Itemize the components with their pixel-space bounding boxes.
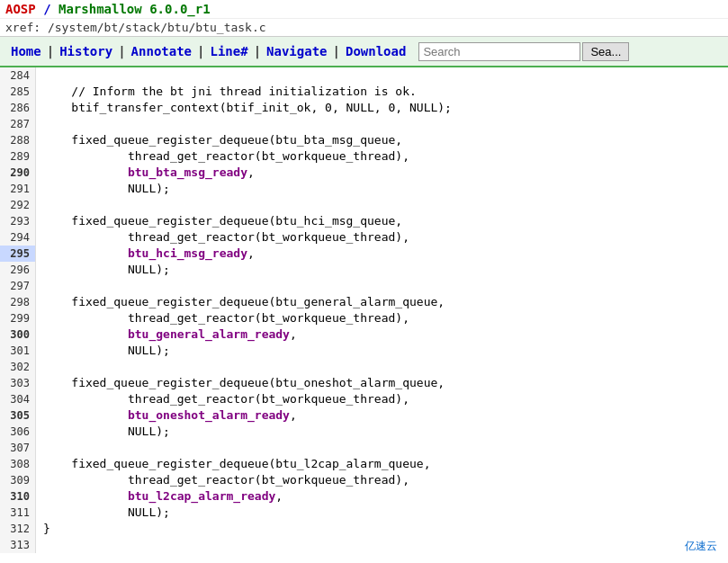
table-row: 294 thread_get_reactor(bt_workqueue_thre…: [0, 229, 728, 246]
table-row: 308 fixed_queue_register_dequeue(btu_l2c…: [0, 456, 728, 472]
table-row: 299 thread_get_reactor(bt_workqueue_thre…: [0, 310, 728, 326]
logo-version: Marshmallow 6.0.0_r1: [58, 2, 211, 16]
line-number[interactable]: 287: [0, 116, 36, 132]
table-row: 310 btu_l2cap_alarm_ready,: [0, 488, 728, 505]
logo-blue: /: [43, 2, 58, 16]
line-number[interactable]: 289: [0, 148, 36, 165]
nav-lineno[interactable]: Line#: [204, 40, 253, 62]
table-row: 298 fixed_queue_register_dequeue(btu_gen…: [0, 294, 728, 310]
line-number[interactable]: 311: [0, 505, 36, 521]
line-number[interactable]: 294: [0, 229, 36, 246]
code-content: // Inform the bt jni thread initializati…: [36, 84, 417, 100]
table-row: 290 btu_bta_msg_ready,: [0, 165, 728, 181]
nav-download[interactable]: Download: [340, 40, 411, 62]
table-row: 295 btu_hci_msg_ready,: [0, 246, 728, 262]
code-content: NULL);: [36, 181, 170, 197]
table-row: 312}: [0, 521, 728, 537]
nav-navigate[interactable]: Navigate: [261, 40, 332, 62]
sep-4: |: [254, 44, 261, 58]
table-row: 292: [0, 197, 728, 213]
line-number[interactable]: 284: [0, 67, 36, 84]
table-row: 287: [0, 116, 728, 132]
logo-bar: AOSP / Marshmallow 6.0.0_r1: [0, 0, 728, 19]
watermark: 亿速云: [681, 537, 721, 553]
line-number[interactable]: 308: [0, 456, 36, 472]
logo-red: AOSP: [5, 2, 36, 16]
line-number[interactable]: 292: [0, 197, 36, 213]
code-area: 284285 // Inform the bt jni thread initi…: [0, 67, 728, 553]
code-content: fixed_queue_register_dequeue(btu_general…: [36, 294, 445, 310]
line-number[interactable]: 301: [0, 343, 36, 359]
code-content: }: [36, 521, 50, 537]
logo-text: AOSP / Marshmallow 6.0.0_r1: [5, 2, 211, 16]
table-row: 313: [0, 537, 728, 553]
code-content: thread_get_reactor(bt_workqueue_thread),: [36, 472, 409, 488]
line-number[interactable]: 303: [0, 375, 36, 391]
line-number[interactable]: 290: [0, 165, 36, 181]
nav-bar: Home | History | Annotate | Line# | Navi…: [0, 37, 728, 67]
search-input[interactable]: [418, 42, 580, 61]
line-number[interactable]: 309: [0, 472, 36, 488]
table-row: 303 fixed_queue_register_dequeue(btu_one…: [0, 375, 728, 391]
line-number[interactable]: 312: [0, 521, 36, 537]
line-number[interactable]: 305: [0, 407, 36, 424]
nav-history[interactable]: History: [54, 40, 118, 62]
code-content: thread_get_reactor(bt_workqueue_thread),: [36, 229, 409, 246]
line-number[interactable]: 285: [0, 84, 36, 100]
nav-home[interactable]: Home: [5, 40, 47, 62]
table-row: 306 NULL);: [0, 424, 728, 440]
sep-2: |: [118, 44, 125, 58]
sep-1: |: [47, 44, 54, 58]
line-number[interactable]: 286: [0, 100, 36, 116]
table-row: 307: [0, 440, 728, 456]
code-content: NULL);: [36, 424, 170, 440]
code-content: NULL);: [36, 505, 170, 521]
table-row: 309 thread_get_reactor(bt_workqueue_thre…: [0, 472, 728, 488]
table-row: 293 fixed_queue_register_dequeue(btu_hci…: [0, 213, 728, 229]
table-row: 304 thread_get_reactor(bt_workqueue_thre…: [0, 391, 728, 407]
nav-annotate[interactable]: Annotate: [126, 40, 197, 62]
line-number[interactable]: 299: [0, 310, 36, 326]
table-row: 300 btu_general_alarm_ready,: [0, 326, 728, 343]
line-number[interactable]: 297: [0, 278, 36, 294]
line-number[interactable]: 300: [0, 326, 36, 343]
code-content: NULL);: [36, 262, 170, 278]
table-row: 288 fixed_queue_register_dequeue(btu_bta…: [0, 132, 728, 148]
table-row: 296 NULL);: [0, 262, 728, 278]
code-content: thread_get_reactor(bt_workqueue_thread),: [36, 310, 409, 326]
line-number[interactable]: 304: [0, 391, 36, 407]
table-row: 289 thread_get_reactor(bt_workqueue_thre…: [0, 148, 728, 165]
line-number[interactable]: 306: [0, 424, 36, 440]
xref-bar: xref: /system/bt/stack/btu/btu_task.c: [0, 19, 728, 37]
line-number[interactable]: 293: [0, 213, 36, 229]
code-content: btu_oneshot_alarm_ready,: [36, 407, 297, 424]
line-number[interactable]: 296: [0, 262, 36, 278]
line-number[interactable]: 295: [0, 246, 36, 262]
search-button[interactable]: Sea...: [582, 42, 629, 61]
line-number[interactable]: 313: [0, 537, 36, 553]
code-content: btu_hci_msg_ready,: [36, 246, 255, 262]
sep-5: |: [333, 44, 340, 58]
line-number[interactable]: 302: [0, 359, 36, 375]
code-content: fixed_queue_register_dequeue(btu_hci_msg…: [36, 213, 402, 229]
line-number[interactable]: 291: [0, 181, 36, 197]
table-row: 285 // Inform the bt jni thread initiali…: [0, 84, 728, 100]
xref-label: xref: /system/bt/stack/btu/btu_task.c: [5, 21, 266, 34]
line-number[interactable]: 307: [0, 440, 36, 456]
code-content: btu_general_alarm_ready,: [36, 326, 297, 343]
code-content: btu_bta_msg_ready,: [36, 165, 255, 181]
line-number[interactable]: 288: [0, 132, 36, 148]
code-content: btif_transfer_context(btif_init_ok, 0, N…: [36, 100, 452, 116]
code-content: thread_get_reactor(bt_workqueue_thread),: [36, 391, 409, 407]
table-row: 286 btif_transfer_context(btif_init_ok, …: [0, 100, 728, 116]
table-row: 291 NULL);: [0, 181, 728, 197]
sep-3: |: [197, 44, 204, 58]
table-row: 284: [0, 67, 728, 84]
code-content: thread_get_reactor(bt_workqueue_thread),: [36, 148, 409, 165]
line-number[interactable]: 298: [0, 294, 36, 310]
table-row: 297: [0, 278, 728, 294]
code-content: fixed_queue_register_dequeue(btu_bta_msg…: [36, 132, 402, 148]
table-row: 302: [0, 359, 728, 375]
line-number[interactable]: 310: [0, 488, 36, 505]
table-row: 305 btu_oneshot_alarm_ready,: [0, 407, 728, 424]
